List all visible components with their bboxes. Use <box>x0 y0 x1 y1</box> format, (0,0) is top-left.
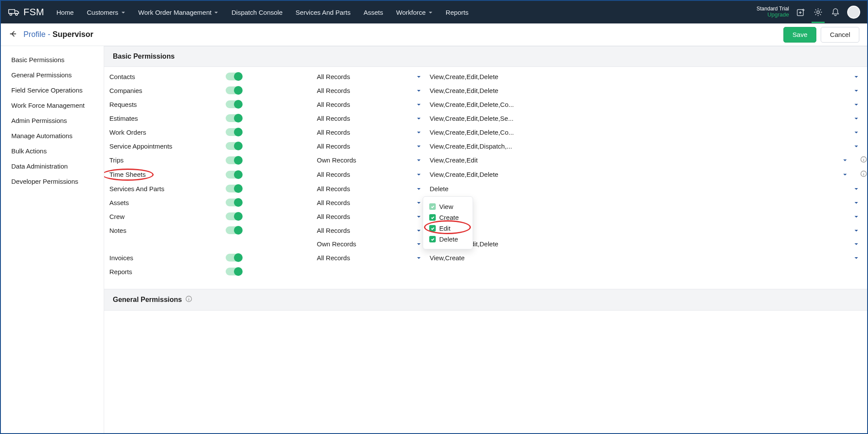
sidebar-item-developer-permissions[interactable]: Developer Permissions <box>1 174 103 189</box>
toggle[interactable] <box>226 114 242 122</box>
scope-dropdown[interactable]: Own Records <box>317 240 430 248</box>
toggle[interactable] <box>226 185 242 192</box>
sidebar-item-manage-automations[interactable]: Manage Automations <box>1 128 103 143</box>
toggle[interactable] <box>226 254 242 262</box>
nav-workforce[interactable]: Workforce <box>396 9 433 16</box>
permission-row: InvoicesAll RecordsView,Create <box>104 251 867 265</box>
popover-option[interactable]: View <box>429 201 467 212</box>
scope-dropdown[interactable]: All Records <box>317 199 430 206</box>
perms-dropdown[interactable]: View,Create,Edit,Delete <box>430 73 867 80</box>
scope-dropdown[interactable]: All Records <box>317 87 430 94</box>
bell-icon[interactable] <box>831 7 840 17</box>
sidebar-item-admin-permissions[interactable]: Admin Permissions <box>1 113 103 128</box>
save-button[interactable]: Save <box>783 27 816 43</box>
perms-dropdown[interactable]: View,Create,Edit,Delete <box>430 87 867 94</box>
back-arrow-icon[interactable] <box>9 30 17 40</box>
perms-dropdown[interactable]: Delete <box>430 199 867 206</box>
permission-label: Assets <box>104 199 226 206</box>
perms-dropdown[interactable]: View,Create,Edit,Delete <box>430 170 867 179</box>
toggle[interactable] <box>226 100 242 108</box>
checkbox-icon[interactable] <box>429 236 436 242</box>
scope-dropdown[interactable]: All Records <box>317 254 430 262</box>
popover-option[interactable]: Create <box>429 212 467 223</box>
section-basic-permissions: Basic Permissions <box>104 46 867 67</box>
toggle[interactable] <box>226 73 242 80</box>
scope-dropdown[interactable]: All Records <box>317 73 430 80</box>
perms-popover[interactable]: ViewCreateEditDelete <box>423 196 473 249</box>
top-nav: FSM Home Customers Work Order Management… <box>1 1 867 23</box>
upgrade-link[interactable]: Upgrade <box>756 12 789 18</box>
nav-customers[interactable]: Customers <box>87 9 125 16</box>
brand[interactable]: FSM <box>8 7 44 18</box>
svg-point-1 <box>16 13 18 16</box>
scope-dropdown[interactable]: All Records <box>317 101 430 108</box>
toggle[interactable] <box>226 142 242 150</box>
caret-down-icon <box>417 115 421 122</box>
perms-dropdown[interactable]: Delete <box>430 227 867 234</box>
toggle[interactable] <box>226 212 242 220</box>
caret-down-icon <box>417 240 421 248</box>
nav-assets[interactable]: Assets <box>364 9 383 16</box>
perms-dropdown[interactable]: View,Create,Edit,Dispatch,... <box>430 142 867 150</box>
sidebar-item-basic-permissions[interactable]: Basic Permissions <box>1 52 103 67</box>
toggle[interactable] <box>226 86 242 94</box>
add-icon[interactable] <box>796 7 806 17</box>
caret-down-icon <box>854 227 858 234</box>
perms-dropdown[interactable]: View,Create,Edit,Delete,Co... <box>430 101 867 108</box>
toggle[interactable] <box>226 171 242 179</box>
toggle[interactable] <box>226 199 242 206</box>
caret-down-icon <box>854 87 858 94</box>
nav-reports[interactable]: Reports <box>446 9 469 16</box>
checkbox-icon[interactable] <box>429 203 436 210</box>
sidebar-item-general-permissions[interactable]: General Permissions <box>1 67 103 83</box>
permission-row: Reports <box>104 265 867 278</box>
caret-down-icon <box>843 156 847 164</box>
sidebar-item-work-force-management[interactable]: Work Force Management <box>1 98 103 113</box>
toggle[interactable] <box>226 226 242 234</box>
breadcrumb-prefix[interactable]: Profile - <box>23 30 53 39</box>
trial-badge[interactable]: Standard Trial Upgrade <box>756 6 789 18</box>
perms-dropdown[interactable]: Delete <box>430 185 867 192</box>
perms-dropdown[interactable]: View,Create,Edit <box>430 156 867 164</box>
perms-dropdown[interactable] <box>430 213 867 220</box>
nav-dispatch-console[interactable]: Dispatch Console <box>231 9 283 16</box>
nav-services-parts[interactable]: Services And Parts <box>296 9 351 16</box>
popover-option[interactable]: Edit <box>429 223 467 234</box>
scope-dropdown[interactable]: All Records <box>317 227 430 234</box>
nav-items: Home Customers Work Order Management Dis… <box>56 9 468 16</box>
perms-dropdown[interactable]: View,Create,Edit,Delete,Se... <box>430 115 867 122</box>
scope-dropdown[interactable]: All Records <box>317 129 430 136</box>
checkbox-icon[interactable] <box>429 225 436 232</box>
caret-down-icon <box>417 213 421 220</box>
permission-row: Work OrdersAll RecordsView,Create,Edit,D… <box>104 125 867 139</box>
nav-work-order-mgmt[interactable]: Work Order Management <box>138 9 219 16</box>
perms-dropdown[interactable]: View,Create,Edit,Delete <box>430 240 867 248</box>
sidebar-item-data-administration[interactable]: Data Administration <box>1 159 103 174</box>
sidebar-item-field-service-operations[interactable]: Field Service Operations <box>1 83 103 98</box>
toggle[interactable] <box>226 128 242 136</box>
popover-option[interactable]: Delete <box>429 234 467 245</box>
info-icon[interactable] <box>860 170 867 179</box>
scope-dropdown[interactable]: All Records <box>317 142 430 150</box>
scope-dropdown[interactable]: Own Records <box>317 156 430 164</box>
sidebar-item-bulk-actions[interactable]: Bulk Actions <box>1 143 103 159</box>
cancel-button[interactable]: Cancel <box>821 27 859 43</box>
nav-home[interactable]: Home <box>56 9 74 16</box>
gear-icon[interactable] <box>813 7 823 17</box>
toggle[interactable] <box>226 268 242 275</box>
info-icon[interactable] <box>185 295 192 304</box>
scope-dropdown[interactable]: All Records <box>317 171 430 178</box>
truck-icon <box>8 8 20 17</box>
caret-down-icon <box>854 240 858 248</box>
perms-dropdown[interactable]: View,Create,Edit,Delete,Co... <box>430 129 867 136</box>
info-icon[interactable] <box>860 156 867 164</box>
scope-dropdown[interactable]: All Records <box>317 213 430 220</box>
checkbox-icon[interactable] <box>429 214 436 221</box>
perms-dropdown[interactable]: View,Create <box>430 254 867 262</box>
avatar[interactable] <box>847 6 860 19</box>
scope-dropdown[interactable]: All Records <box>317 185 430 192</box>
caret-down-icon <box>417 171 421 178</box>
permission-row: TripsOwn RecordsView,Create,Edit <box>104 153 867 167</box>
scope-dropdown[interactable]: All Records <box>317 115 430 122</box>
toggle[interactable] <box>226 156 242 164</box>
